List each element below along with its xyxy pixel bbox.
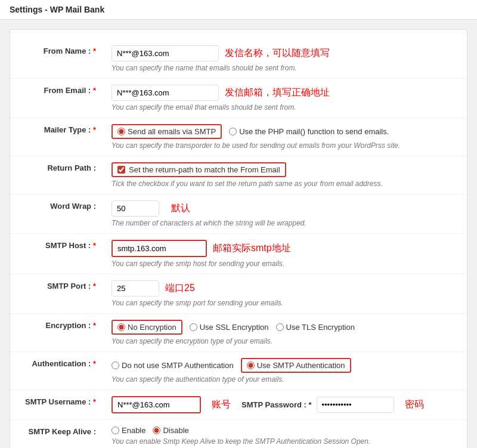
- smtp-host-annotation: 邮箱实际smtp地址: [213, 242, 291, 255]
- word-wrap-field-cell: 默认 The number of characters at which the…: [106, 194, 467, 234]
- smtp-username-annotation: 账号: [212, 398, 231, 411]
- encryption-ssl-label[interactable]: Use SSL Encryption: [190, 323, 269, 332]
- auth-none-radio[interactable]: [111, 362, 119, 369]
- return-path-field-cell: Set the return-path to match the From Em…: [106, 156, 467, 194]
- smtp-keep-alive-hint: You can enable Smtp Keep Alive to keep t…: [111, 437, 457, 446]
- keep-alive-enable-radio[interactable]: [111, 427, 119, 434]
- from-email-input[interactable]: [111, 85, 219, 101]
- keep-alive-disable-label[interactable]: Disable: [153, 426, 188, 435]
- word-wrap-label: Word Wrap :: [10, 194, 106, 234]
- smtp-password-label: SMTP Password : *: [241, 400, 312, 409]
- smtp-keep-alive-field-cell: Enable Disable You can enable Smtp Keep …: [106, 420, 467, 449]
- from-email-hint: You can specify the email that emails sh…: [111, 103, 457, 112]
- page-title: Settings - WP Mail Bank: [0, 0, 477, 20]
- mailer-type-field-cell: Send all emails via SMTP Use the PHP mai…: [106, 118, 467, 156]
- mailer-type-hint: You can specify the transporder to be us…: [111, 141, 457, 150]
- auth-none-label[interactable]: Do not use SMTP Authentication: [111, 361, 234, 370]
- word-wrap-hint: The number of characters at which the st…: [111, 219, 457, 227]
- auth-smtp-label[interactable]: Use SMTP Authentication: [241, 358, 351, 373]
- auth-smtp-radio[interactable]: [247, 362, 255, 369]
- smtp-port-row: SMTP Port : * 端口25 You can specify the s…: [10, 274, 467, 314]
- word-wrap-annotation: 默认: [171, 202, 190, 215]
- smtp-username-label: SMTP Username : *: [10, 390, 106, 420]
- encryption-hint: You can specify the encryption type of y…: [111, 337, 457, 345]
- authentication-row: Authentication : * Do not use SMTP Authe…: [10, 352, 467, 390]
- encryption-tls-label[interactable]: Use TLS Encryption: [276, 323, 355, 332]
- encryption-row: Encryption : * No Encryption Use SSL Enc: [10, 314, 467, 352]
- smtp-port-field-cell: 端口25 You can specify the smtp port for s…: [106, 274, 467, 314]
- settings-form: From Name : * 发信名称，可以随意填写 You can specif…: [10, 39, 467, 448]
- from-name-field-cell: 发信名称，可以随意填写 You can specify the name tha…: [106, 39, 467, 79]
- word-wrap-input[interactable]: [111, 200, 159, 217]
- keep-alive-disable-radio[interactable]: [153, 427, 160, 434]
- encryption-tls-text: Use TLS Encryption: [286, 323, 355, 332]
- encryption-none-radio[interactable]: [117, 323, 125, 331]
- return-path-hint: Tick the checkbox if you want to set the…: [111, 180, 457, 188]
- auth-none-text: Do not use SMTP Authentication: [122, 361, 234, 370]
- mailer-type-label: Mailer Type : *: [10, 118, 106, 156]
- from-email-row: From Email : * 发信邮箱，填写正确地址 You can speci…: [10, 79, 467, 118]
- keep-alive-disable-text: Disable: [163, 426, 188, 435]
- from-name-hint: You can specify the name that emails sho…: [111, 64, 457, 72]
- return-path-checkbox-text: Set the return-path to match the From Em…: [129, 165, 280, 174]
- mailer-php-text: Use the PHP mail() function to send emai…: [239, 127, 389, 136]
- settings-container: From Name : * 发信名称，可以随意填写 You can specif…: [10, 29, 467, 448]
- encryption-field-cell: No Encryption Use SSL Encryption Use TLS…: [106, 314, 467, 352]
- encryption-ssl-text: Use SSL Encryption: [200, 323, 269, 332]
- smtp-host-label: SMTP Host : *: [10, 234, 106, 274]
- from-name-row: From Name : * 发信名称，可以随意填写 You can specif…: [10, 39, 467, 79]
- smtp-host-input[interactable]: [111, 240, 207, 257]
- smtp-credentials-row: SMTP Username : * 账号 SMTP Password : * 密…: [10, 390, 467, 420]
- smtp-keep-alive-label: SMTP Keep Alive :: [10, 420, 106, 449]
- smtp-username-input[interactable]: [111, 396, 201, 413]
- word-wrap-row: Word Wrap : 默认 The number of characters …: [10, 194, 467, 234]
- from-name-input[interactable]: [111, 45, 219, 61]
- authentication-field-cell: Do not use SMTP Authentication Use SMTP …: [106, 352, 467, 390]
- smtp-credentials-cell: 账号 SMTP Password : * 密码: [106, 390, 467, 420]
- encryption-tls-radio[interactable]: [276, 323, 284, 331]
- mailer-smtp-radio[interactable]: [117, 128, 125, 135]
- from-name-annotation: 发信名称，可以随意填写: [225, 47, 330, 60]
- return-path-checkbox-label[interactable]: Set the return-path to match the From Em…: [111, 162, 457, 177]
- smtp-port-hint: You can specify the smtp port for sendin…: [111, 299, 457, 307]
- mailer-smtp-text: Send all emails via SMTP: [128, 127, 216, 136]
- smtp-host-row: SMTP Host : * 邮箱实际smtp地址 You can specify…: [10, 234, 467, 274]
- authentication-label: Authentication : *: [10, 352, 106, 390]
- smtp-port-annotation: 端口25: [165, 282, 195, 295]
- smtp-password-input[interactable]: [317, 397, 394, 413]
- smtp-password-annotation: 密码: [405, 398, 424, 411]
- smtp-host-hint: You can specify the smtp host for sendin…: [111, 259, 457, 268]
- authentication-hint: You can specify the authentication type …: [111, 375, 457, 384]
- return-path-row: Return Path : Set the return-path to mat…: [10, 156, 467, 194]
- mailer-php-radio[interactable]: [229, 128, 237, 135]
- encryption-none-text: No Encryption: [128, 323, 176, 332]
- mailer-type-row: Mailer Type : * Send all emails via SMTP: [10, 118, 467, 156]
- from-email-label: From Email : *: [10, 79, 106, 118]
- auth-smtp-text: Use SMTP Authentication: [257, 361, 345, 370]
- return-path-checkbox[interactable]: [117, 166, 125, 174]
- smtp-port-input[interactable]: [111, 280, 159, 296]
- from-email-annotation: 发信邮箱，填写正确地址: [225, 86, 330, 99]
- from-name-label: From Name : *: [10, 39, 106, 79]
- keep-alive-enable-text: Enable: [122, 426, 145, 435]
- smtp-port-label: SMTP Port : *: [10, 274, 106, 314]
- mailer-php-label[interactable]: Use the PHP mail() function to send emai…: [229, 127, 389, 136]
- encryption-label: Encryption : *: [10, 314, 106, 352]
- from-email-field-cell: 发信邮箱，填写正确地址 You can specify the email th…: [106, 79, 467, 118]
- encryption-ssl-radio[interactable]: [190, 323, 197, 331]
- encryption-none-label[interactable]: No Encryption: [111, 320, 182, 335]
- smtp-keep-alive-row: SMTP Keep Alive : Enable Disable You can: [10, 420, 467, 449]
- mailer-smtp-label[interactable]: Send all emails via SMTP: [111, 124, 222, 139]
- keep-alive-enable-label[interactable]: Enable: [111, 426, 145, 435]
- return-path-label: Return Path :: [10, 156, 106, 194]
- smtp-host-field-cell: 邮箱实际smtp地址 You can specify the smtp host…: [106, 234, 467, 274]
